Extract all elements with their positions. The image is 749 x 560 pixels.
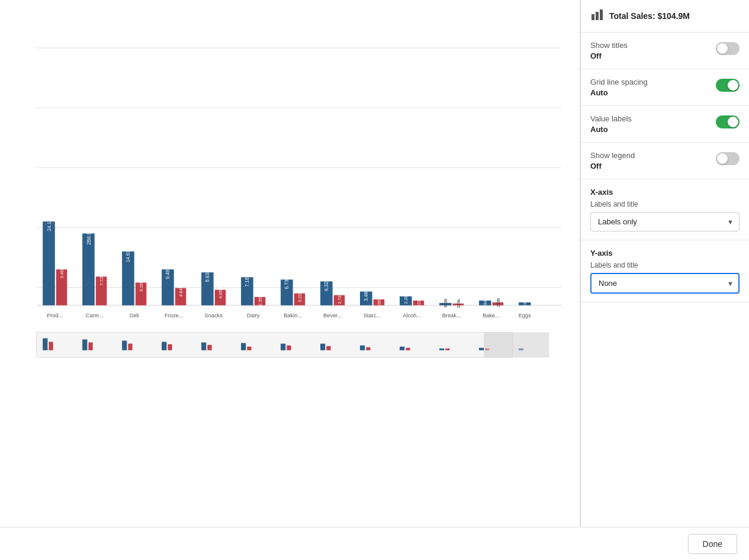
svg-text:521k: 521k [417,298,422,307]
svg-rect-6 [43,221,55,305]
x-axis-dropdown[interactable]: Labels only Labels and title None [590,212,740,231]
svg-rect-80 [241,343,246,350]
show-titles-row: Show titles Off [581,33,749,69]
value-labels-toggle[interactable] [716,115,740,128]
show-legend-toggle[interactable] [716,152,740,165]
value-labels-label: Value labels [590,114,716,123]
value-labels-text: Value labels Auto [590,114,716,134]
show-legend-row: Show legend Off [581,143,749,179]
right-panel: Total Sales: $104.9M Show titles Off Gri… [580,0,749,527]
svg-rect-84 [320,344,325,350]
svg-text:Froze...: Froze... [165,313,183,318]
svg-text:Deli: Deli [130,313,139,318]
svg-rect-88 [400,347,404,350]
svg-text:1.66M: 1.66M [377,297,382,308]
x-axis-title: X-axis [590,188,740,197]
svg-text:4.05M: 4.05M [218,287,223,299]
svg-rect-91 [445,349,449,350]
main-container: 24.1M 9.45M Prod... 2B6.9M 7.72M Cann...… [0,0,749,527]
svg-text:Bakin...: Bakin... [284,313,302,318]
svg-text:3.48M: 3.48M [364,288,369,301]
svg-text:14.63M: 14.63M [126,246,131,262]
y-axis-dropdown[interactable]: None Labels only Labels and title [590,273,740,294]
svg-rect-86 [360,346,365,350]
svg-rect-73 [88,343,92,350]
svg-text:6.73M: 6.73M [284,276,290,289]
svg-rect-78 [201,343,206,350]
value-labels-value: Auto [590,125,716,134]
svg-text:6.32M: 6.32M [324,278,329,291]
svg-text:3.22M: 3.22M [298,291,303,302]
svg-text:329k: 329k [457,299,461,308]
svg-rect-98 [600,9,603,20]
x-axis-select-wrapper: Labels only Labels and title None [590,212,740,231]
svg-rect-77 [168,345,172,350]
svg-text:Break...: Break... [442,313,461,318]
done-button[interactable]: Done [688,534,737,554]
grid-line-spacing-toggle[interactable] [716,79,740,92]
svg-text:842k: 842k [483,296,488,305]
svg-rect-89 [406,348,410,350]
chart-svg: 24.1M 9.45M Prod... 2B6.9M 7.72M Cann...… [0,0,580,527]
bottom-bar: Done [0,527,749,560]
svg-rect-95 [484,332,549,357]
svg-rect-85 [326,346,330,350]
svg-text:2.28M: 2.28M [404,292,409,304]
svg-text:Starc...: Starc... [364,313,381,318]
svg-text:6.16M: 6.16M [139,280,144,292]
y-axis-select-wrapper: None Labels only Labels and title [590,273,740,294]
show-legend-text: Show legend Off [590,151,716,170]
grid-line-spacing-row: Grid line spacing Auto [581,69,749,106]
panel-title: Total Sales: $104.9M [609,11,690,21]
svg-rect-92 [479,348,484,350]
grid-line-spacing-value: Auto [590,88,716,97]
svg-rect-97 [596,12,599,20]
grid-line-spacing-label: Grid line spacing [590,78,716,86]
show-titles-toggle[interactable] [716,42,740,55]
svg-text:236k: 236k [496,298,501,307]
show-titles-value: Off [590,52,716,60]
y-axis-title: Y-axis [590,249,740,258]
y-axis-section: Y-axis Labels and title None Labels only… [581,240,749,302]
svg-rect-96 [592,14,594,20]
show-legend-label: Show legend [590,151,716,160]
svg-text:Cann...: Cann... [86,313,104,318]
svg-text:245k: 245k [523,298,528,307]
x-axis-section: X-axis Labels and title Labels only Labe… [581,179,749,240]
svg-text:Eggs: Eggs [519,313,532,318]
svg-rect-90 [439,349,444,350]
x-axis-sub-label: Labels and title [590,200,740,208]
svg-text:Dairy: Dairy [247,313,260,318]
svg-rect-69 [37,332,513,357]
svg-text:Prod...: Prod... [47,313,63,318]
svg-rect-83 [287,346,291,350]
svg-text:7.18M: 7.18M [245,273,250,287]
svg-text:2.73M: 2.73M [337,292,342,304]
svg-text:Snacks: Snacks [205,313,223,318]
svg-text:Bever...: Bever... [323,313,342,318]
show-titles-label: Show titles [590,41,716,50]
svg-text:7.72M: 7.72M [99,273,104,285]
chart-icon [590,8,603,24]
chart-area: 24.1M 9.45M Prod... 2B6.9M 7.72M Cann...… [0,0,580,527]
value-labels-row: Value labels Auto [581,106,749,143]
svg-rect-76 [162,342,166,350]
svg-rect-79 [207,345,211,350]
show-legend-value: Off [590,162,716,170]
svg-text:678k: 678k [443,298,448,308]
svg-rect-87 [366,347,370,350]
svg-text:Alcoh...: Alcoh... [403,313,421,318]
svg-rect-72 [82,339,87,350]
show-titles-text: Show titles Off [590,41,716,60]
svg-rect-82 [281,344,285,350]
svg-text:24.1M: 24.1M [46,218,52,231]
svg-text:2.35M: 2.35M [258,294,263,306]
panel-header: Total Sales: $104.9M [581,0,749,33]
svg-rect-71 [49,342,53,350]
svg-rect-75 [128,344,132,350]
svg-text:9.49M: 9.49M [165,266,171,279]
svg-text:4.64M: 4.64M [179,285,184,297]
svg-text:9.45M: 9.45M [60,266,65,278]
svg-text:Bake...: Bake... [483,313,500,318]
svg-rect-70 [43,338,47,350]
